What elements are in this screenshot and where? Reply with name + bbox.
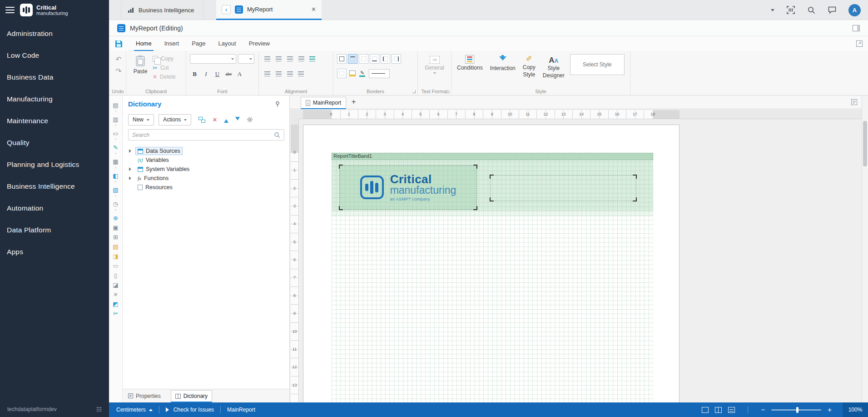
tree-item-resources[interactable]: Resources <box>123 183 289 192</box>
selection-handle[interactable] <box>473 206 477 210</box>
selection-handle[interactable] <box>633 197 637 201</box>
border-all-button[interactable] <box>337 54 347 64</box>
tree-expander-icon[interactable] <box>129 167 135 171</box>
calendar-icon[interactable]: ⊞ <box>113 234 118 241</box>
search-input[interactable] <box>132 132 271 138</box>
tab-myreport[interactable]: ‹ MyReport ✕ <box>216 0 322 20</box>
menu-icon[interactable] <box>5 7 15 13</box>
tree-item-system-variables[interactable]: System Variables <box>123 165 289 174</box>
align-top-button[interactable] <box>263 69 272 79</box>
sidebar-item-automation[interactable]: Automation <box>0 197 109 219</box>
text-component-icon[interactable]: ▭ <box>113 130 118 137</box>
sidebar-item-planning-and-logistics[interactable]: Planning and Logistics <box>0 154 109 176</box>
zoom-out-button[interactable]: − <box>761 407 765 413</box>
ribbon-tab-home[interactable]: Home <box>129 36 158 51</box>
sidebar-item-data-platform[interactable]: Data Platform <box>0 219 109 241</box>
chart-icon[interactable]: ◧ <box>113 172 118 179</box>
continuous-view-icon[interactable] <box>728 407 735 413</box>
table-icon[interactable]: ▦ <box>113 158 118 165</box>
zoom-level-button[interactable]: 100% <box>843 402 868 417</box>
toolbox-expander-icon[interactable]: › <box>115 208 116 212</box>
picture-icon[interactable]: ◩ <box>113 301 118 307</box>
add-page-button[interactable]: + <box>352 98 356 106</box>
delete-item-icon[interactable]: ✕ <box>212 116 217 123</box>
zoom-slider-thumb[interactable] <box>796 407 799 413</box>
card-icon[interactable]: ▤ <box>113 243 118 250</box>
border-right-button[interactable] <box>392 54 401 64</box>
text-component[interactable] <box>490 175 636 201</box>
units-dropdown[interactable]: Centimeters <box>116 407 153 413</box>
report-page[interactable]: ReportTitleBand1 Critical manufacturing <box>303 125 680 402</box>
sidebar-item-business-data[interactable]: Business Data <box>0 66 109 88</box>
tree-item-variables[interactable]: (x)Variables <box>123 156 289 165</box>
tab-list-caret-icon[interactable] <box>771 9 774 13</box>
text-format-dialog-launcher-icon[interactable] <box>446 90 449 93</box>
gauge-icon[interactable]: ◷ <box>113 201 118 207</box>
copy-button[interactable]: Copy <box>153 54 176 63</box>
report-title-band-header[interactable]: ReportTitleBand1 <box>332 153 653 160</box>
two-column-view-icon[interactable] <box>715 407 722 413</box>
align-middle-button[interactable] <box>274 69 283 79</box>
selection-handle[interactable] <box>633 175 637 179</box>
ribbon-tab-page[interactable]: Page <box>185 36 212 51</box>
move-down-icon[interactable] <box>235 117 240 123</box>
check-for-issues-button[interactable]: Check for Issues <box>166 407 214 413</box>
infographic-icon[interactable]: ▧ <box>113 186 118 193</box>
border-color-button[interactable]: ✎ <box>359 70 366 77</box>
border-bottom-button[interactable] <box>370 54 379 64</box>
shapes-icon[interactable]: ✂ <box>113 310 118 317</box>
tree-item-functions[interactable]: fxFunctions <box>123 174 289 183</box>
ribbon-tab-layout[interactable]: Layout <box>212 36 243 51</box>
style-designer-button[interactable]: AA Style Designer <box>541 54 566 80</box>
save-button[interactable] <box>114 40 123 48</box>
search-icon[interactable] <box>807 6 816 15</box>
word-wrap-button[interactable] <box>297 69 306 79</box>
tab-dictionary[interactable]: Dictionary <box>171 390 212 402</box>
panel-layout-icon[interactable] <box>853 25 860 31</box>
bands-icon[interactable]: ▤ <box>113 102 118 109</box>
indicator-icon[interactable]: ◨ <box>113 253 118 260</box>
sidebar-item-administration[interactable]: Administration <box>0 23 109 45</box>
single-page-view-icon[interactable] <box>702 407 709 413</box>
undo-icon[interactable]: ↶ <box>114 54 124 64</box>
border-left-button[interactable] <box>381 54 390 64</box>
pin-icon[interactable] <box>275 101 280 107</box>
font-size-select[interactable] <box>238 54 254 64</box>
interaction-button[interactable]: Interaction <box>488 54 517 72</box>
font-family-select[interactable] <box>190 54 236 64</box>
selection-handle[interactable] <box>339 165 343 169</box>
dictionary-settings-button[interactable] <box>247 116 254 123</box>
move-up-icon[interactable] <box>224 117 228 123</box>
sidebar-item-quality[interactable]: Quality <box>0 132 109 154</box>
italic-button[interactable]: I <box>201 69 211 79</box>
rich-text-icon[interactable]: ≡ <box>114 291 118 298</box>
panel-icon[interactable]: ▭ <box>113 262 118 269</box>
sidebar-item-manufacturing[interactable]: Manufacturing <box>0 88 109 110</box>
font-color-button[interactable]: A <box>235 69 245 79</box>
sidebar-item-maintenance[interactable]: Maintenance <box>0 110 109 132</box>
selection-handle[interactable] <box>473 165 477 169</box>
tab-business-intelligence[interactable]: Business Intelligence <box>121 0 203 20</box>
border-top-button[interactable] <box>348 54 357 64</box>
scrollbar-thumb[interactable] <box>863 121 867 166</box>
chat-icon[interactable] <box>828 5 837 15</box>
align-left-button[interactable] <box>263 54 272 64</box>
border-none-button[interactable] <box>359 54 368 64</box>
close-tab-icon[interactable]: ✕ <box>311 6 316 13</box>
tree-expander-icon[interactable] <box>129 176 135 180</box>
bold-button[interactable]: B <box>190 69 199 79</box>
tab-properties[interactable]: Properties <box>128 389 161 402</box>
cut-button[interactable]: ✂ Cut <box>153 63 176 72</box>
new-relation-icon[interactable] <box>198 117 205 123</box>
toolbox-expander-icon[interactable]: › <box>115 137 116 141</box>
tree-item-data-sources[interactable]: Data Sources <box>123 146 289 156</box>
paste-button[interactable]: Paste <box>130 54 151 75</box>
vertical-scrollbar[interactable] <box>862 95 868 402</box>
tree-expander-icon[interactable] <box>129 149 135 153</box>
selection-handle[interactable] <box>490 175 494 179</box>
borders-dialog-launcher-icon[interactable] <box>412 90 416 93</box>
screen-icon[interactable]: ▯ <box>114 272 117 279</box>
sidebar-item-business-intelligence[interactable]: Business Intelligence <box>0 176 109 197</box>
strikethrough-button[interactable]: abc <box>224 69 233 79</box>
selection-handle[interactable] <box>339 206 343 210</box>
